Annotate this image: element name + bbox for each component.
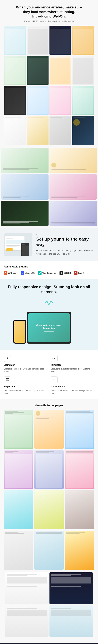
feature-elementor-title: Elementor xyxy=(4,364,48,366)
inner-page-card-9 xyxy=(65,490,94,529)
feature-elementor: Elementor Compatible with this easy to u… xyxy=(4,355,48,373)
plugin-layer7: 7 layer 7 xyxy=(74,271,84,275)
theme-card-5[interactable] xyxy=(4,56,26,85)
inner-page-card-3 xyxy=(65,410,94,449)
svg-marker-0 xyxy=(7,357,8,360)
responsive-title: Fully responsive design. Stunning look o… xyxy=(4,284,94,294)
theme-card-4[interactable] xyxy=(72,26,94,55)
showcase-card-2 xyxy=(50,148,97,173)
hero-subtitle: Packed with 11 modern, diverse & fully f… xyxy=(4,20,94,22)
layer7-icon: 7 xyxy=(74,271,78,275)
theme-card-9[interactable] xyxy=(4,86,26,115)
hero-title: When your audience arrives, make sure th… xyxy=(16,5,82,19)
features-grid: Elementor Compatible with this easy to u… xyxy=(4,355,94,395)
slider-label: SLIDER xyxy=(64,272,71,274)
inner-pages-title: Versatile inner pages xyxy=(4,404,94,407)
feature-templates: </> Templates Captivating layouts for po… xyxy=(50,355,94,373)
theme-grid-2 xyxy=(4,116,94,145)
store-section: 10 Your online store Full WooCommerce co… xyxy=(0,643,98,644)
plugin-wpbakery: W WPBakery xyxy=(4,271,18,275)
device-tablet: We convert your children's handwriting xyxy=(27,312,71,344)
setup-mockup-container xyxy=(4,234,32,256)
help-icon-box xyxy=(4,376,11,384)
page-previews xyxy=(4,571,94,638)
preview-3 xyxy=(5,605,48,637)
showcase-card-6 xyxy=(50,200,97,226)
setup-description: Get all the elements a modern landing pa… xyxy=(36,249,94,256)
showcase-row-3 xyxy=(0,200,98,226)
setup-mockup xyxy=(4,234,32,256)
slider-icon: S xyxy=(60,271,63,275)
features-section: Elementor Compatible with this easy to u… xyxy=(0,350,98,399)
plugin-elementson: e elementOn xyxy=(21,271,35,275)
inner-page-card-1 xyxy=(4,410,33,449)
wpbakery-label: WPBakery xyxy=(8,272,18,274)
showcase-section xyxy=(0,148,98,228)
theme-card-13[interactable] xyxy=(4,116,26,145)
preview-4 xyxy=(50,605,93,637)
theme-card-16[interactable] xyxy=(72,116,94,145)
theme-card-8[interactable] xyxy=(72,56,94,85)
showcase-card-1 xyxy=(1,148,48,173)
preview-1 xyxy=(5,572,48,604)
theme-card-14[interactable] xyxy=(27,116,49,145)
feature-import: 1-click Import Import the full demo cont… xyxy=(50,376,94,395)
setup-section: 01 Set up your site the easy way Get all… xyxy=(0,228,98,261)
woocommerce-label: WooCommerce xyxy=(42,272,56,274)
hero-section: When your audience arrives, make sure th… xyxy=(0,0,98,148)
feature-templates-desc: Captivating layouts for portfolio, blog,… xyxy=(50,368,94,373)
import-icon-box xyxy=(50,376,58,384)
theme-card-6[interactable] xyxy=(27,56,49,85)
svg-text:</>: </> xyxy=(52,357,56,360)
setup-title: Set up your site the easy way xyxy=(36,236,94,247)
plugins-title: Remarkable plugins xyxy=(4,265,94,268)
templates-icon-box: </> xyxy=(50,355,58,362)
inner-page-card-2 xyxy=(34,410,64,449)
inner-page-card-6 xyxy=(65,450,94,489)
setup-phone xyxy=(21,243,29,256)
inner-page-card-7 xyxy=(4,490,33,529)
showcase-card-5 xyxy=(1,200,48,226)
inner-page-card-8 xyxy=(34,490,64,529)
showcase-card-3 xyxy=(1,174,48,200)
feature-help-desc: Our knowledge base and pro support; all … xyxy=(4,389,48,395)
phone-screen xyxy=(14,321,25,342)
svg-rect-1 xyxy=(6,357,6,360)
showcase-row-1 xyxy=(0,148,98,173)
showcase-card-4 xyxy=(50,174,97,200)
feature-help: Help Center Our knowledge base and pro s… xyxy=(4,376,48,395)
inner-pages-section: Versatile inner pages xyxy=(0,399,98,642)
setup-content: 01 Set up your site the easy way Get all… xyxy=(36,234,94,256)
elementson-icon: e xyxy=(21,271,24,275)
theme-card-1[interactable] xyxy=(4,26,26,55)
showcase-row-2 xyxy=(0,174,98,200)
theme-card-11[interactable] xyxy=(50,86,72,115)
layer7-label: layer 7 xyxy=(78,272,84,274)
plugin-logos-container: W WPBakery e elementOn W WooCommerce S S… xyxy=(4,271,94,275)
theme-card-2[interactable] xyxy=(27,26,49,55)
plugins-section: Remarkable plugins W WPBakery e elementO… xyxy=(0,261,98,279)
theme-card-3[interactable] xyxy=(50,26,72,55)
plugin-woocommerce: W WooCommerce xyxy=(38,271,56,275)
theme-card-12[interactable] xyxy=(72,86,94,115)
theme-card-15[interactable] xyxy=(50,116,72,145)
plugin-slider: S SLIDER xyxy=(60,271,71,275)
theme-card-7[interactable] xyxy=(50,56,72,85)
feature-elementor-desc: Compatible with this easy to use front-e… xyxy=(4,368,48,373)
devices-container: We convert your children's handwriting xyxy=(4,310,94,345)
theme-card-10[interactable] xyxy=(27,86,49,115)
woocommerce-icon: W xyxy=(38,271,42,275)
responsive-section: Fully responsive design. Stunning look o… xyxy=(0,279,98,350)
tablet-screen-text: We convert your children's handwriting xyxy=(30,324,68,330)
inner-pages-grid xyxy=(4,410,94,570)
preview-2 xyxy=(50,572,93,604)
feature-import-desc: Import the full demo content with a sing… xyxy=(50,389,94,395)
elementson-label: elementOn xyxy=(25,272,35,274)
feature-import-title: 1-click Import xyxy=(50,385,94,388)
inner-page-card-5 xyxy=(34,450,64,489)
wpbakery-icon: W xyxy=(4,271,7,275)
setup-label: 01 xyxy=(36,234,94,235)
elementor-icon-box xyxy=(4,355,11,362)
theme-grid xyxy=(4,26,94,115)
inner-page-card-11 xyxy=(34,531,64,570)
